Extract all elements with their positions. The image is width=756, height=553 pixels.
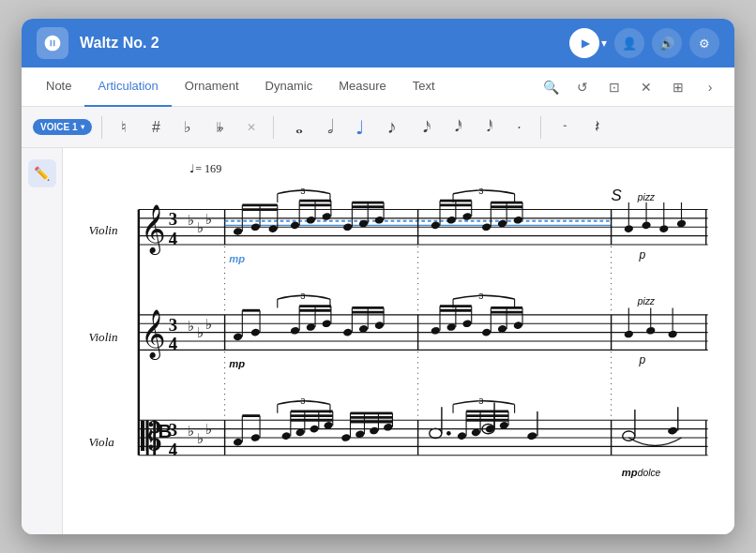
svg-text:♭: ♭ (197, 325, 204, 340)
svg-text:dolce: dolce (638, 468, 661, 478)
svg-text:Violin: Violin (88, 223, 117, 237)
tab-articulation[interactable]: Articulation (84, 67, 171, 107)
svg-text:Viola: Viola (88, 435, 114, 449)
app-window: Waltz No. 2 ▶ ▾ 👤 🔊 ⚙ Note Articulation … (22, 19, 734, 534)
svg-text:Violin: Violin (88, 330, 117, 344)
half-note[interactable]: 𝅗𝅥 (315, 115, 340, 140)
voice-selector[interactable]: VOICE 1 ▾ (33, 119, 92, 135)
svg-text:mp: mp (229, 358, 245, 369)
svg-text:𝄞: 𝄞 (141, 204, 166, 256)
svg-text:4: 4 (169, 229, 178, 248)
double-sharp-symbol[interactable]: ✕ (239, 115, 264, 140)
svg-text:3: 3 (478, 187, 483, 196)
app-logo (37, 27, 68, 59)
toolbar-divider-3 (540, 116, 541, 139)
svg-text:♭: ♭ (197, 431, 204, 446)
natural-symbol[interactable]: ♮ (112, 115, 136, 140)
svg-text:♭: ♭ (197, 220, 204, 235)
svg-text:♭: ♭ (205, 422, 212, 437)
svg-text:p: p (639, 248, 646, 262)
svg-text:𝄞: 𝄞 (141, 309, 166, 361)
title-bar-controls: ▶ ▾ 👤 🔊 ⚙ (569, 28, 719, 58)
panel-button[interactable]: ⊞ (665, 74, 691, 100)
svg-text:3: 3 (478, 291, 483, 301)
svg-text:3: 3 (169, 315, 177, 335)
frame-button[interactable]: ⊡ (601, 74, 627, 100)
tab-dynamic[interactable]: Dynamic (252, 67, 326, 107)
quarter-note[interactable]: ♩ (347, 115, 371, 140)
toolbar-divider-2 (273, 116, 274, 139)
score-area[interactable]: ♩= 169 Violin 𝄞 3 4 ♭ ♭ ♭ (63, 148, 734, 534)
svg-text:♭: ♭ (188, 424, 194, 439)
double-flat-symbol[interactable]: 𝄫 (207, 115, 232, 140)
profile-button[interactable]: 👤 (614, 28, 644, 58)
svg-text:4: 4 (169, 440, 178, 459)
score-svg: ♩= 169 Violin 𝄞 3 4 ♭ ♭ ♭ (63, 148, 734, 534)
title-bar: Waltz No. 2 ▶ ▾ 👤 🔊 ⚙ (22, 19, 734, 67)
svg-text:3: 3 (300, 291, 305, 301)
mixer-button[interactable]: ⚙ (689, 28, 719, 58)
svg-text:♭: ♭ (188, 319, 194, 334)
svg-text:♭: ♭ (205, 317, 212, 332)
svg-text:3: 3 (300, 187, 305, 196)
app-title: Waltz No. 2 (80, 35, 558, 52)
search-button[interactable]: 🔍 (537, 74, 564, 100)
svg-text:3: 3 (300, 396, 305, 406)
svg-text:♭: ♭ (188, 213, 194, 228)
svg-text:S: S (612, 187, 623, 204)
tab-note[interactable]: Note (33, 67, 84, 107)
play-button[interactable]: ▶ (569, 28, 599, 58)
tab-action-icons: 🔍 ↺ ⊡ ✕ ⊞ › (537, 74, 723, 100)
svg-text:3: 3 (478, 396, 483, 406)
sixteenth-note[interactable]: 𝅘𝅥𝅯 (411, 115, 435, 140)
svg-text:3: 3 (169, 420, 177, 440)
tab-text[interactable]: Text (400, 67, 448, 107)
thirtysecond-note[interactable]: 𝅘𝅥𝅰 (443, 115, 467, 140)
svg-text:mp: mp (622, 467, 638, 478)
voice-label: VOICE 1 (40, 122, 77, 132)
svg-text:p: p (639, 353, 646, 366)
left-sidebar: ✏️ (22, 148, 63, 534)
toolbar: VOICE 1 ▾ ♮ # ♭ 𝄫 ✕ 𝅝 𝅗𝅥 ♩ ♪ 𝅘𝅥𝅯 𝅘𝅥𝅰 𝅘𝅥𝅱… (22, 107, 734, 148)
svg-text:mp: mp (229, 253, 245, 264)
tab-ornament[interactable]: Ornament (172, 67, 252, 107)
undo-button[interactable]: ↺ (569, 74, 596, 100)
whole-note[interactable]: 𝅝 (283, 115, 308, 140)
eighth-note[interactable]: ♪ (379, 115, 403, 140)
svg-text:♩= 169: ♩= 169 (189, 162, 221, 175)
toolbar-divider-1 (101, 116, 102, 139)
more-button[interactable]: › (697, 74, 723, 100)
rest-whole[interactable]: 𝄼 (551, 115, 575, 140)
main-content: ✏️ ♩= 169 Violin 𝄞 3 (22, 148, 734, 534)
tab-bar: Note Articulation Ornament Dynamic Measu… (22, 67, 734, 107)
pencil-tool-button[interactable]: ✏️ (28, 159, 56, 187)
sixtyfourth-note[interactable]: 𝅘𝅥𝅱 (475, 115, 499, 140)
svg-point-199 (446, 431, 451, 436)
svg-text:pizz: pizz (637, 296, 656, 306)
svg-text:4: 4 (169, 334, 178, 353)
svg-text:pizz: pizz (637, 192, 656, 202)
svg-text:3: 3 (169, 209, 177, 229)
rest-quarter[interactable]: 𝄽 (582, 115, 607, 140)
tab-measure[interactable]: Measure (325, 67, 400, 107)
voice-chevron: ▾ (81, 123, 84, 131)
app-logo-icon (43, 34, 62, 52)
close-palette-button[interactable]: ✕ (633, 74, 659, 100)
sharp-symbol[interactable]: # (144, 115, 168, 140)
svg-text:♭: ♭ (205, 212, 212, 227)
audio-button[interactable]: 🔊 (652, 28, 682, 58)
play-chevron[interactable]: ▾ (601, 37, 607, 50)
dot-symbol[interactable]: · (507, 115, 531, 140)
flat-symbol[interactable]: ♭ (175, 115, 200, 140)
